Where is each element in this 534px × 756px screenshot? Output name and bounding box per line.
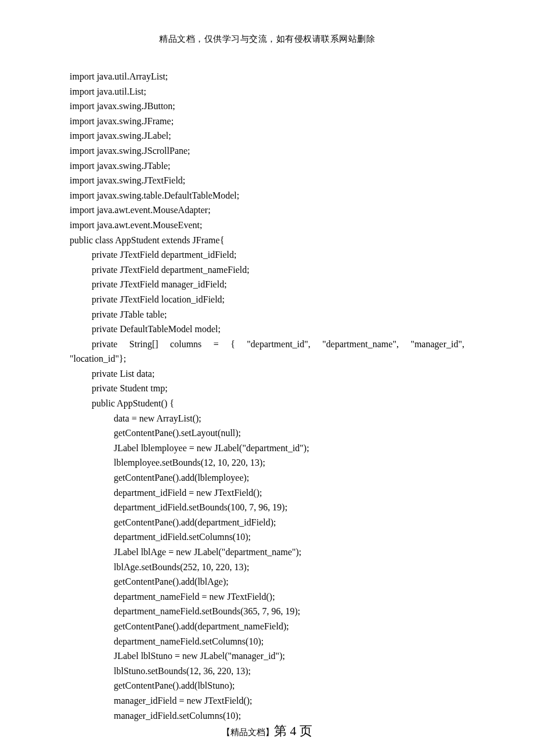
code-line: import java.util.List; [70, 84, 464, 99]
code-line: getContentPane().setLayout(null); [114, 426, 464, 441]
code-line: manager_idField = new JTextField(); [114, 693, 464, 708]
code-line: lblemployee.setBounds(12, 10, 220, 13); [114, 455, 464, 470]
code-line: JLabel lblAge = new JLabel("department_n… [114, 545, 464, 560]
code-line: private String[] columns = { "department… [92, 337, 464, 352]
code-line: JLabel lblStuno = new JLabel("manager_id… [114, 649, 464, 664]
code-line: private JTable table; [92, 307, 464, 322]
code-line: import java.awt.event.MouseAdapter; [70, 203, 464, 218]
code-line: department_idField.setColumns(10); [114, 530, 464, 545]
code-token: "department_name", [322, 337, 399, 352]
code-line: import javax.swing.JTextField; [70, 173, 464, 188]
document-body: import java.util.ArrayList; import java.… [70, 69, 464, 723]
code-line: getContentPane().add(lblemployee); [114, 470, 464, 485]
code-line: public AppStudent() { [92, 396, 464, 411]
code-line: private DefaultTableModel model; [92, 322, 464, 337]
code-line: import javax.swing.JButton; [70, 99, 464, 114]
footer-prefix: 【精品文档】 [222, 728, 274, 737]
code-line: private JTextField manager_idField; [92, 277, 464, 292]
code-token: "manager_id", [410, 337, 464, 352]
code-line: import javax.swing.JTable; [70, 159, 464, 174]
code-line: import javax.swing.JFrame; [70, 114, 464, 129]
code-line: import javax.swing.JLabel; [70, 128, 464, 143]
code-line: private JTextField department_idField; [92, 247, 464, 262]
code-line: import javax.swing.JScrollPane; [70, 143, 464, 159]
code-token: columns [170, 337, 201, 352]
code-line: department_nameField.setColumns(10); [114, 634, 464, 649]
code-line: "location_id"}; [70, 351, 464, 366]
code-line: department_idField = new JTextField(); [114, 485, 464, 501]
code-token: String[] [129, 337, 158, 352]
code-line: getContentPane().add(lblStuno); [114, 678, 464, 693]
page-header: 精品文档，仅供学习与交流，如有侵权请联系网站删除 [70, 34, 464, 45]
document-page: 精品文档，仅供学习与交流，如有侵权请联系网站删除 import java.uti… [0, 0, 534, 756]
code-line: department_idField.setBounds(100, 7, 96,… [114, 500, 464, 515]
code-line: lblAge.setBounds(252, 10, 220, 13); [114, 560, 464, 575]
code-line: manager_idField.setColumns(10); [114, 708, 464, 723]
code-token: "department_id", [247, 337, 310, 352]
code-line: getContentPane().add(department_nameFiel… [114, 619, 464, 634]
code-line: department_nameField = new JTextField(); [114, 589, 464, 604]
code-line: import javax.swing.table.DefaultTableMod… [70, 188, 464, 203]
code-line: private List data; [92, 366, 464, 381]
code-token: { [230, 337, 235, 352]
code-line: public class AppStudent extends JFrame{ [70, 233, 464, 248]
code-line: getContentPane().add(lblAge); [114, 574, 464, 589]
code-line: getContentPane().add(department_idField)… [114, 515, 464, 530]
code-line: private Student tmp; [92, 381, 464, 396]
code-line: import java.awt.event.MouseEvent; [70, 218, 464, 233]
code-line: JLabel lblemployee = new JLabel("departm… [114, 441, 464, 456]
code-line: department_nameField.setBounds(365, 7, 9… [114, 604, 464, 619]
code-token: = [214, 337, 219, 352]
code-token: private [92, 337, 117, 352]
page-footer: 【精品文档】第 4 页 [0, 722, 534, 740]
code-line: private JTextField location_idField; [92, 292, 464, 307]
code-line: data = new ArrayList(); [114, 411, 464, 426]
footer-page-number: 第 4 页 [274, 723, 312, 738]
code-line: import java.util.ArrayList; [70, 69, 464, 84]
code-line: private JTextField department_nameField; [92, 262, 464, 278]
code-line: lblStuno.setBounds(12, 36, 220, 13); [114, 664, 464, 679]
